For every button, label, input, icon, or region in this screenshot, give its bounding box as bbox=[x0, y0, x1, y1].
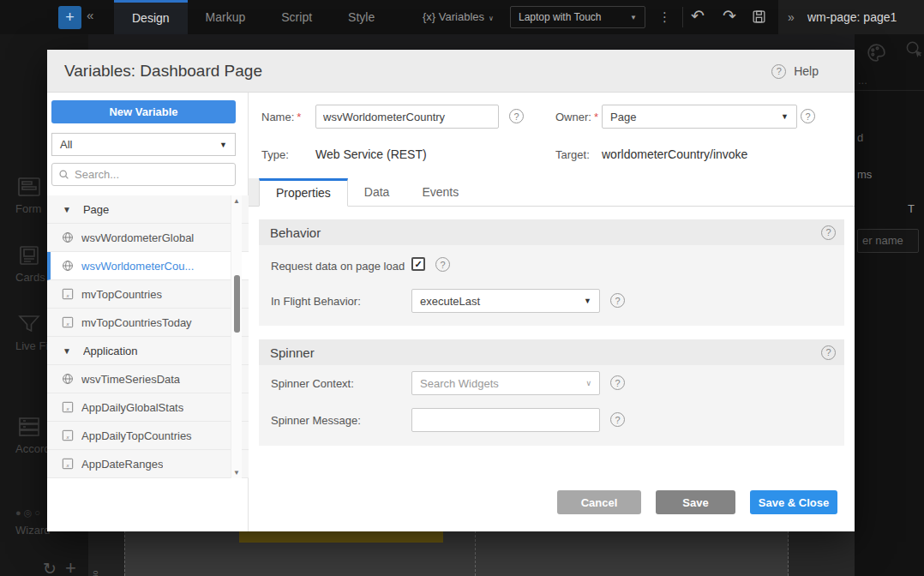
ruler-label: 650 bbox=[92, 571, 99, 576]
help-link[interactable]: ? Help bbox=[771, 50, 819, 93]
request-help-icon[interactable]: ? bbox=[435, 257, 450, 272]
spinner-help-icon[interactable]: ? bbox=[821, 345, 836, 360]
tab-events[interactable]: Events bbox=[405, 178, 475, 206]
undo-icon[interactable]: ↶ bbox=[691, 0, 705, 33]
redo-icon[interactable]: ↷ bbox=[723, 0, 736, 33]
model-variable-icon: x bbox=[62, 401, 74, 413]
spinner-context-help-icon[interactable]: ? bbox=[610, 375, 625, 390]
spinner-message-label: Spinner Message: bbox=[271, 414, 361, 427]
tab-style[interactable]: Style bbox=[330, 0, 393, 34]
tree-item-selected[interactable]: wsvWorldometerCou... bbox=[47, 252, 249, 280]
clipped-text: T bbox=[908, 202, 915, 215]
tree-item[interactable]: x mvTopCountriesToday bbox=[47, 309, 249, 337]
save-button[interactable]: Save bbox=[656, 490, 735, 514]
name-field[interactable] bbox=[315, 105, 499, 129]
caret-down-icon: ▼ bbox=[781, 112, 789, 121]
required-asterisk: * bbox=[594, 111, 598, 123]
tabbar-lead bbox=[249, 178, 259, 206]
spinner-context-label: Spinner Context: bbox=[271, 377, 354, 390]
add-widget-button[interactable]: + bbox=[58, 6, 81, 29]
plus-icon[interactable]: + bbox=[65, 557, 76, 576]
behavior-help-icon[interactable]: ? bbox=[821, 225, 836, 240]
type-value: Web Service (REST) bbox=[315, 147, 427, 161]
tab-data[interactable]: Data bbox=[348, 178, 406, 206]
svg-text:x: x bbox=[65, 321, 69, 327]
expand-panel-icon[interactable]: » bbox=[788, 0, 795, 34]
tree-item[interactable]: wsvWordometerGlobal bbox=[47, 224, 249, 252]
refresh-icon[interactable]: ↻ bbox=[43, 559, 57, 576]
inspect-cursor-icon[interactable] bbox=[904, 39, 924, 59]
tree-item[interactable]: x AppDailyTopCountries bbox=[47, 422, 249, 450]
tab-properties[interactable]: Properties bbox=[259, 178, 348, 207]
tree-item-label: AppDailyGlobalStats bbox=[81, 401, 183, 414]
owner-select[interactable]: Page ▼ bbox=[602, 105, 797, 129]
svg-text:x: x bbox=[65, 405, 69, 411]
clipped-text: ... bbox=[858, 74, 867, 87]
inflight-behavior-select[interactable]: executeLast ▼ bbox=[411, 289, 600, 313]
question-circle-icon: ? bbox=[771, 64, 786, 79]
owner-label: Owner:* bbox=[555, 111, 598, 123]
collapse-panel-icon[interactable]: « bbox=[87, 8, 93, 22]
spinner-context-select[interactable]: Search Widgets ∨ bbox=[411, 371, 600, 395]
caret-down-icon: ▼ bbox=[63, 346, 71, 356]
spinner-section-header: Spinner ? bbox=[259, 339, 844, 365]
tree-item[interactable]: wsvTimeSeriesData bbox=[47, 365, 249, 393]
accordion-widget-icon bbox=[17, 417, 41, 437]
name-help-icon[interactable]: ? bbox=[509, 109, 524, 123]
variable-filter-select[interactable]: All ▼ bbox=[51, 133, 236, 156]
tree-group-application[interactable]: ▼ Application bbox=[47, 337, 249, 365]
variable-detail-panel: Name:* ? Owner:* Page ▼ ? Type: Web Serv… bbox=[249, 93, 855, 531]
tree-group-page[interactable]: ▼ Page bbox=[47, 195, 249, 224]
web-service-icon bbox=[62, 231, 74, 243]
svg-text:x: x bbox=[65, 462, 69, 468]
toolbar-divider bbox=[682, 7, 683, 27]
tree-item-label: mvTopCountriesToday bbox=[81, 316, 192, 329]
tree-item[interactable]: x mvTopCountries bbox=[47, 280, 249, 309]
save-icon[interactable] bbox=[751, 9, 767, 25]
owner-help-icon[interactable]: ? bbox=[801, 109, 815, 123]
behavior-section: Behavior ? Request data on page load ✓ ?… bbox=[259, 219, 844, 326]
behavior-section-header: Behavior ? bbox=[259, 219, 844, 245]
caret-down-icon: ▼ bbox=[219, 141, 227, 149]
variables-menu[interactable]: {x} Variables∨ bbox=[423, 0, 494, 36]
tab-markup[interactable]: Markup bbox=[188, 0, 264, 34]
tab-design[interactable]: Design bbox=[114, 0, 188, 34]
web-service-icon bbox=[62, 373, 74, 385]
chevron-down-icon: ∨ bbox=[489, 15, 494, 22]
device-preview-select[interactable]: Laptop with Touch ▼ bbox=[510, 6, 645, 28]
caret-down-icon: ▼ bbox=[630, 14, 637, 21]
dialog-header: Variables: Dashboard Page ? Help bbox=[47, 50, 855, 93]
search-input[interactable] bbox=[75, 168, 229, 181]
save-and-close-button[interactable]: Save & Close bbox=[750, 490, 837, 514]
scroll-up-icon[interactable]: ▲ bbox=[233, 197, 240, 205]
cancel-button[interactable]: Cancel bbox=[557, 490, 641, 514]
svg-text:x: x bbox=[65, 292, 69, 298]
spinner-section: Spinner ? Spinner Context: Search Widget… bbox=[259, 339, 844, 446]
caret-down-icon: ▼ bbox=[63, 205, 71, 214]
spinner-message-input[interactable] bbox=[411, 408, 600, 432]
tab-script[interactable]: Script bbox=[263, 0, 330, 34]
variables-tree: ▼ Page wsvWordometerGlobal wsvWorldomete… bbox=[47, 195, 249, 478]
funnel-icon bbox=[17, 314, 41, 334]
scrollbar-thumb[interactable] bbox=[234, 275, 240, 333]
dialog-title: Variables: Dashboard Page bbox=[64, 50, 262, 93]
inflight-help-icon[interactable]: ? bbox=[610, 293, 625, 308]
search-icon bbox=[58, 169, 69, 180]
request-on-load-label: Request data on page load bbox=[271, 260, 405, 273]
tree-item[interactable]: x AppDailyGlobalStats bbox=[47, 393, 249, 422]
scroll-down-icon[interactable]: ▼ bbox=[233, 469, 240, 477]
editor-mode-tabs: Design Markup Script Style bbox=[114, 0, 393, 34]
tree-scrollbar[interactable]: ▲ ▼ bbox=[231, 195, 242, 478]
spinner-message-help-icon[interactable]: ? bbox=[610, 412, 625, 427]
clipped-name-input[interactable]: er name bbox=[857, 229, 919, 253]
request-on-load-checkbox[interactable]: ✓ bbox=[411, 257, 425, 271]
theme-palette-icon[interactable] bbox=[866, 42, 887, 63]
model-variable-icon: x bbox=[62, 458, 74, 470]
more-options-icon[interactable]: ⋮ bbox=[658, 0, 671, 34]
name-label: Name:* bbox=[261, 111, 301, 123]
target-label: Target: bbox=[555, 148, 590, 161]
detail-tabs: Properties Data Events bbox=[249, 178, 855, 207]
new-variable-button[interactable]: New Variable bbox=[51, 100, 236, 123]
tree-item[interactable]: x AppDateRanges bbox=[47, 450, 249, 478]
owner-select-value: Page bbox=[610, 111, 636, 123]
